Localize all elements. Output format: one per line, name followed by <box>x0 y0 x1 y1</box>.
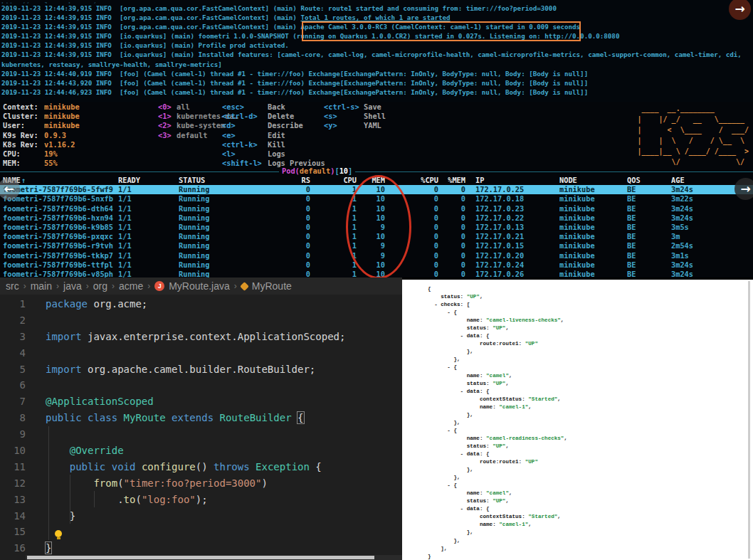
code-line[interactable]: 10 @Override <box>0 443 402 459</box>
hotkey: <ctrl-k>Kill <box>222 140 325 149</box>
pod-row[interactable]: foometri-7587f769b6-5fwf91/1Running01100… <box>0 185 753 194</box>
code-line[interactable]: 15 <box>0 524 402 540</box>
text-run <box>428 310 447 315</box>
pod-row[interactable]: foometri-7587f769b6-5nxfb1/1Running01100… <box>0 194 753 204</box>
pod-cell: 3m24s <box>671 204 753 213</box>
text-run: : <box>519 341 525 347</box>
pod-row[interactable]: foometri-7587f769b6-hxn941/1Running01100… <box>0 213 753 223</box>
code-line[interactable]: 16} <box>0 540 402 556</box>
column-header[interactable]: MEM <box>357 176 385 185</box>
hotkey: <y>YAML <box>324 121 386 130</box>
code-line[interactable]: 12 from("timer:foo?period=3000") <box>0 475 402 492</box>
text-run <box>428 317 467 323</box>
code-line[interactable]: 5import org.apache.camel.builder.RouteBu… <box>0 361 402 378</box>
code-line[interactable]: 2 <box>0 312 402 329</box>
pod-row[interactable]: foometri-7587f769b6-k9b851/1Running01900… <box>0 223 753 232</box>
column-header[interactable]: IP <box>465 176 559 185</box>
code-line[interactable]: 1package org.acme; <box>0 296 402 312</box>
json-line: status: "UP", <box>428 380 753 388</box>
line-number: 1 <box>0 296 26 312</box>
nav-arrow-next-mid-icon[interactable]: → <box>734 178 753 200</box>
hotkey: <s>Shell <box>324 112 386 121</box>
pod-row[interactable]: foometri-7587f769b6-r9tvh1/1Running01900… <box>0 241 753 250</box>
text-run: RouteBuilder <box>220 412 292 423</box>
pod-cell: 172.17.0.24 <box>465 260 559 270</box>
pod-cell: 1/1 <box>118 241 179 250</box>
column-header[interactable]: %MEM <box>438 176 465 185</box>
text-run: "UP" <box>493 443 505 449</box>
column-header[interactable]: %CPU <box>385 176 438 185</box>
hotkey-key: <ctrl-d> <box>222 112 268 121</box>
code-line[interactable]: 7@ApplicationScoped <box>0 393 402 410</box>
pod-cell: minikube <box>559 251 627 260</box>
code-text: public void configure() throws Exception… <box>26 459 322 475</box>
text-run: : <box>480 490 486 496</box>
vertical-scrollbar[interactable] <box>748 281 750 559</box>
collapse-toggle[interactable]: - <box>460 333 467 339</box>
code-line[interactable]: 8public class MyRoute extends RouteBuild… <box>0 410 402 426</box>
pod-cell: 1/1 <box>118 213 179 223</box>
column-header[interactable]: NODE <box>559 176 627 185</box>
text-run: data <box>467 451 480 457</box>
collapse-toggle[interactable]: - <box>434 302 441 307</box>
collapse-toggle[interactable]: - <box>460 389 467 394</box>
pod-row[interactable]: foometri-7587f769b6-ttfpl1/1Running01100… <box>0 260 753 270</box>
code-line[interactable]: 4 <box>0 345 402 361</box>
column-header[interactable]: READY <box>118 176 179 185</box>
code-line[interactable]: 14 } <box>0 508 402 524</box>
pod-cell: 0 <box>385 213 438 223</box>
breadcrumb-item[interactable]: acme <box>119 280 143 292</box>
breadcrumb-separator: › <box>147 281 150 291</box>
pod-cell: 0 <box>271 251 310 260</box>
code-line[interactable]: 11 public void configure() throws Except… <box>0 459 402 475</box>
java-file-icon: J <box>154 281 164 291</box>
text-run: @Override <box>70 445 124 456</box>
code-area[interactable]: 1package org.acme;23import javax.enterpr… <box>0 295 402 556</box>
divider-line <box>0 171 279 172</box>
pod-cell: 172.17.0.15 <box>465 241 559 250</box>
pod-row[interactable]: foometri-7587f769b6-tkkp71/1Running01900… <box>0 251 753 260</box>
breadcrumb-item[interactable]: MyRoute.java <box>169 280 230 292</box>
pod-cell: foometri-7587f769b6-tkkp7 <box>0 251 118 260</box>
breadcrumb-item[interactable]: src <box>6 280 19 292</box>
breadcrumb-item[interactable]: org <box>93 280 107 292</box>
scrollbar-thumb[interactable] <box>27 556 374 559</box>
horizontal-scrollbar[interactable] <box>26 555 402 560</box>
code-line[interactable]: 6 <box>0 377 402 393</box>
text-run: } <box>428 554 431 559</box>
breadcrumb-item[interactable]: java <box>63 280 82 292</box>
pod-row[interactable]: foometri-7587f769b6-v85ph1/1Running01100… <box>0 270 753 278</box>
cluster-info-row: Cluster:minikube <box>3 112 80 121</box>
column-header[interactable]: RS <box>271 176 310 185</box>
code-line[interactable]: 13 .to("log:foo"); <box>0 492 402 508</box>
json-line: - { <box>428 482 753 490</box>
json-line: name: "camel", <box>428 372 753 380</box>
column-header[interactable]: CPU <box>310 176 357 185</box>
pod-table: NAME↑READYSTATUSRSCPUMEM%CPU%MEMIPNODEQO… <box>0 176 753 278</box>
text-run: data <box>467 506 480 512</box>
code-line[interactable]: 9 <box>0 426 402 443</box>
pod-cell: BE <box>627 232 671 241</box>
hotkey-key: <ctrl-s> <box>324 102 364 112</box>
collapse-toggle[interactable]: - <box>460 451 467 457</box>
column-header[interactable]: QOS <box>627 176 671 185</box>
code-line[interactable]: 3import javax.enterprise.context.Applica… <box>0 329 402 345</box>
pod-cell: minikube <box>559 232 627 241</box>
pod-cell: 1 <box>310 270 357 278</box>
breadcrumb-item[interactable]: main <box>31 280 52 292</box>
hotkey-key: <1> <box>158 112 177 121</box>
pod-cell: 0 <box>438 260 465 270</box>
breadcrumb-item[interactable]: MyRoute <box>252 280 292 292</box>
line-number: 15 <box>0 524 26 540</box>
indent-guide <box>48 426 49 540</box>
cluster-info-row: K9s Rev:0.9.3 <box>3 131 80 140</box>
pod-row[interactable]: foometri-7587f769b6-dth641/1Running01100… <box>0 204 753 213</box>
column-header[interactable]: STATUS <box>179 176 271 185</box>
pod-row[interactable]: foometri-7587f769b6-pxqxc1/1Running01100… <box>0 232 753 241</box>
hotkey-key: <ctrl-k> <box>222 140 268 149</box>
pod-cell: 10 <box>357 260 385 270</box>
collapse-toggle[interactable]: - <box>460 506 467 512</box>
quick-fix-lightbulb-icon[interactable] <box>55 530 62 537</box>
line-number: 6 <box>0 377 26 393</box>
pod-cell: 0 <box>438 213 465 223</box>
